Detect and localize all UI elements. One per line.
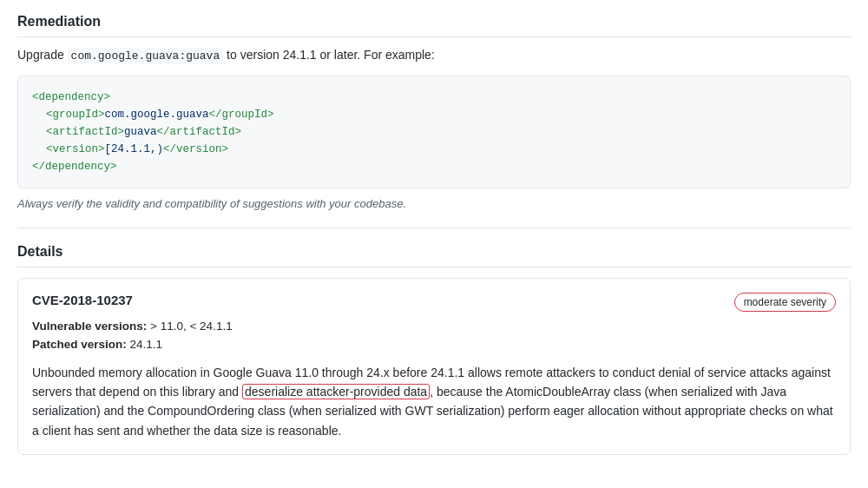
cve-card: CVE-2018-10237 moderate severity Vulnera… [17, 278, 851, 456]
details-title: Details [17, 244, 851, 267]
code-line-2: <groupId>com.google.guava</groupId> [32, 106, 836, 123]
code-line-4: <version>[24.1.1,)</version> [32, 141, 836, 158]
remediation-section: Remediation Upgrade com.google.guava:gua… [17, 14, 851, 210]
code-line-1: <dependency> [32, 89, 836, 106]
remediation-intro: Upgrade com.google.guava:guava to versio… [17, 46, 851, 65]
cve-meta: Vulnerable versions: > 11.0, < 24.1.1 Pa… [32, 317, 836, 354]
details-section: Details CVE-2018-10237 moderate severity… [17, 244, 851, 456]
cve-header: CVE-2018-10237 moderate severity [32, 293, 836, 312]
code-line-5: </dependency> [32, 158, 836, 175]
description-link[interactable]: deserialize attacker-provided data [242, 384, 430, 399]
vulnerable-versions-line: Vulnerable versions: > 11.0, < 24.1.1 [32, 317, 836, 336]
severity-badge: moderate severity [734, 293, 836, 312]
section-divider [17, 228, 851, 228]
patched-version-line: Patched version: 24.1.1 [32, 335, 836, 354]
vulnerable-versions-label: Vulnerable versions: [32, 320, 147, 333]
remediation-intro-suffix: to version 24.1.1 or later. For example: [223, 48, 435, 62]
cve-description: Unbounded memory allocation in Google Gu… [32, 363, 836, 441]
remediation-intro-text: Upgrade [17, 48, 68, 62]
vulnerable-versions-value: > 11.0, < 24.1.1 [147, 320, 232, 333]
patched-version-label: Patched version: [32, 338, 127, 351]
code-line-3: <artifactId>guava</artifactId> [32, 123, 836, 141]
code-block: <dependency> <groupId>com.google.guava</… [17, 76, 851, 188]
patched-version-value: 24.1.1 [127, 338, 162, 351]
package-name: com.google.guava:guava [68, 48, 224, 64]
remediation-title: Remediation [17, 14, 851, 37]
disclaimer-text: Always verify the validity and compatibi… [17, 197, 851, 210]
cve-id: CVE-2018-10237 [32, 293, 133, 307]
